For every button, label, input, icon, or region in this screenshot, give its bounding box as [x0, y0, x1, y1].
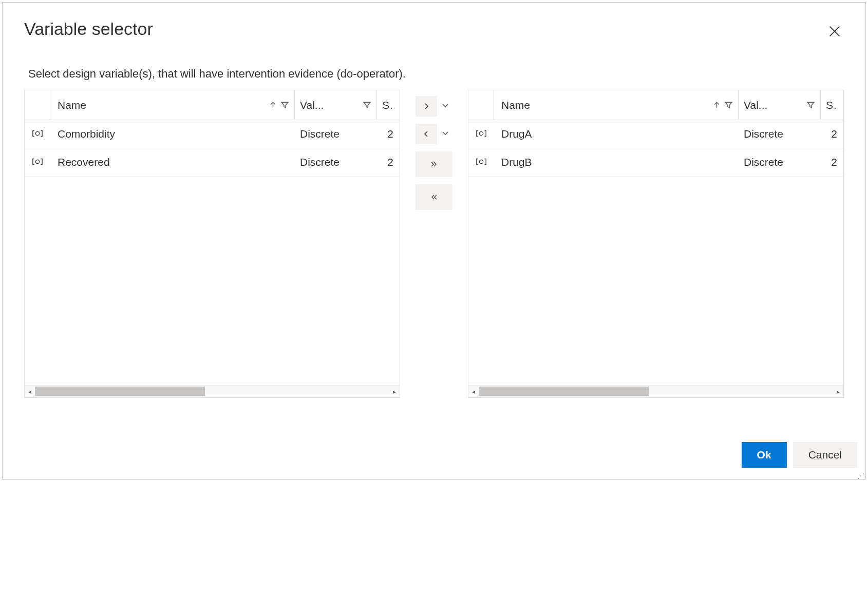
filter-icon[interactable]: [724, 101, 733, 109]
variable-selector-dialog: Variable selector Select design variable…: [2, 2, 866, 480]
col-name[interactable]: Name: [494, 90, 739, 120]
selected-variables-grid: Name Val... S..: [468, 90, 844, 398]
available-variables-grid: Name Val... S..: [24, 90, 400, 398]
col-s-label: S..: [826, 99, 838, 111]
variable-icon: [476, 156, 487, 168]
cell-s: 2: [821, 156, 843, 168]
scrollbar-thumb[interactable]: [479, 387, 649, 396]
table-row[interactable]: DrugB Discrete 2: [468, 148, 843, 177]
svg-marker-3: [281, 102, 288, 108]
cell-val: Discrete: [739, 128, 821, 140]
dialog-footer: Ok Cancel: [742, 442, 857, 468]
move-right-button[interactable]: [416, 96, 437, 117]
col-val[interactable]: Val...: [739, 90, 821, 120]
cell-name: Comorbidity: [50, 128, 295, 140]
dialog-title: Variable selector: [24, 19, 153, 39]
col-val-label: Val...: [744, 99, 806, 111]
grid-header: Name Val... S..: [25, 90, 400, 120]
table-row[interactable]: Recovered Discrete 2: [25, 148, 400, 177]
svg-marker-8: [725, 102, 732, 108]
cancel-button[interactable]: Cancel: [793, 442, 857, 468]
cell-name: DrugA: [494, 128, 739, 140]
col-val[interactable]: Val...: [295, 90, 377, 120]
scroll-right-icon[interactable]: ▸: [389, 388, 400, 395]
filter-icon[interactable]: [363, 101, 371, 109]
move-all-right-button[interactable]: [416, 151, 452, 177]
svg-marker-9: [807, 102, 814, 108]
cell-s: 2: [821, 128, 843, 140]
filter-icon[interactable]: [280, 101, 289, 109]
cell-name: Recovered: [50, 156, 295, 168]
dialog-header: Variable selector: [24, 19, 844, 43]
col-name[interactable]: Name: [50, 90, 295, 120]
dropdown-toggle[interactable]: [441, 129, 449, 139]
move-all-left-button[interactable]: [416, 184, 452, 210]
double-chevron-right-icon: [430, 160, 438, 168]
variable-icon: [32, 156, 43, 168]
col-s[interactable]: S..: [821, 90, 843, 120]
scroll-left-icon[interactable]: ◂: [25, 388, 35, 395]
scroll-left-icon[interactable]: ◂: [468, 388, 479, 395]
grid-rows: Comorbidity Discrete 2 Recovered Discret…: [25, 120, 400, 385]
chevron-right-icon: [422, 102, 430, 110]
move-left-button[interactable]: [416, 124, 437, 144]
chevron-down-icon: [441, 129, 449, 137]
grid-rows: DrugA Discrete 2 DrugB Discrete 2: [468, 120, 843, 385]
chevron-left-icon: [422, 130, 430, 138]
col-s-label: S..: [382, 99, 394, 111]
dropdown-toggle[interactable]: [441, 101, 449, 111]
variable-icon: [32, 128, 43, 140]
scroll-right-icon[interactable]: ▸: [833, 388, 843, 395]
col-val-label: Val...: [300, 99, 363, 111]
scrollbar-thumb[interactable]: [35, 387, 205, 396]
chevron-down-icon: [441, 101, 449, 109]
filter-icon[interactable]: [806, 101, 815, 109]
svg-point-11: [479, 159, 483, 164]
selector-body: Name Val... S..: [24, 90, 844, 398]
horizontal-scrollbar[interactable]: ◂ ▸: [25, 385, 400, 397]
grid-header: Name Val... S..: [468, 90, 843, 120]
cell-val: Discrete: [295, 156, 377, 168]
svg-point-10: [479, 131, 483, 136]
cell-val: Discrete: [295, 128, 377, 140]
sort-asc-icon[interactable]: [712, 101, 721, 109]
cell-s: 2: [377, 156, 400, 168]
col-icon[interactable]: [468, 90, 494, 120]
col-name-label: Name: [501, 99, 709, 111]
variable-icon: [476, 128, 487, 140]
col-name-label: Name: [58, 99, 266, 111]
cell-name: DrugB: [494, 156, 739, 168]
cell-val: Discrete: [739, 156, 821, 168]
dialog-instruction: Select design variable(s), that will hav…: [24, 67, 844, 81]
close-button[interactable]: [825, 22, 844, 43]
svg-marker-4: [364, 102, 370, 108]
double-chevron-left-icon: [430, 193, 438, 201]
resize-grip[interactable]: ⋰: [857, 474, 864, 478]
svg-point-5: [35, 131, 40, 136]
sort-asc-icon[interactable]: [269, 101, 277, 109]
col-s[interactable]: S..: [377, 90, 400, 120]
transfer-controls: [416, 90, 452, 398]
table-row[interactable]: DrugA Discrete 2: [468, 120, 843, 148]
ok-button[interactable]: Ok: [742, 442, 787, 468]
table-row[interactable]: Comorbidity Discrete 2: [25, 120, 400, 148]
horizontal-scrollbar[interactable]: ◂ ▸: [468, 385, 843, 397]
col-icon[interactable]: [25, 90, 50, 120]
cell-s: 2: [377, 128, 400, 140]
svg-point-6: [35, 159, 40, 164]
close-icon: [827, 24, 842, 39]
